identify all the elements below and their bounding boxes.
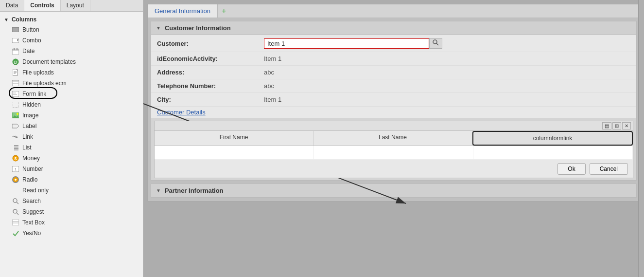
tab-controls[interactable]: Controls	[24, 0, 60, 11]
svg-point-48	[433, 40, 437, 44]
customer-input-container	[264, 38, 442, 49]
radio-icon	[12, 176, 19, 184]
grid-col-formlink[interactable]: columnformlink	[472, 131, 633, 146]
address-value: abc	[264, 69, 630, 76]
image-label: Image	[22, 112, 38, 119]
svg-rect-16	[12, 91, 19, 97]
svg-line-49	[436, 43, 438, 45]
cancel-button[interactable]: Cancel	[590, 163, 628, 175]
file-uploads-ecm-label: File uploads ecm	[22, 80, 67, 87]
sidebar-item-text-box[interactable]: Text Box	[0, 217, 143, 228]
sidebar-item-date[interactable]: Date	[0, 46, 143, 56]
yes-no-label: Yes/No	[22, 230, 41, 237]
customer-search-button[interactable]	[429, 38, 442, 49]
combo-icon	[12, 37, 19, 44]
text-box-icon	[12, 219, 19, 226]
sidebar-item-file-uploads-ecm[interactable]: File uploads ecm	[0, 78, 143, 89]
svg-marker-23	[12, 124, 19, 128]
economic-activity-label: idEconomicActivity:	[157, 55, 264, 62]
form-fields: Customer: idEconomicActivity: Item 1 Add	[151, 35, 636, 118]
customer-section-title: Customer Information	[165, 24, 231, 32]
sidebar-item-form-link[interactable]: Form link	[0, 89, 143, 99]
svg-point-39	[13, 199, 17, 203]
read-only-label: Read only	[22, 187, 49, 194]
telephone-value: abc	[264, 82, 630, 90]
label-label: Label	[22, 123, 36, 129]
sidebar-item-combo[interactable]: Combo	[0, 35, 143, 46]
image-icon	[12, 111, 19, 119]
partner-info-section: ▼ Partner Information	[151, 184, 637, 198]
button-icon	[12, 26, 19, 34]
sidebar-item-image[interactable]: Image	[0, 110, 143, 121]
scrollbar[interactable]	[638, 0, 644, 277]
grid-data-row-1	[155, 146, 633, 160]
grid-overlay: ▤ ⊞ ✕ First Name Last Name columnformlin…	[154, 121, 633, 178]
grid-cell-fn-1	[155, 146, 314, 159]
grid-tool-btn-3[interactable]: ✕	[622, 122, 631, 129]
sidebar-item-number[interactable]: 1 Number	[0, 164, 143, 174]
sidebar-item-link[interactable]: Link	[0, 131, 143, 142]
sidebar-item-search[interactable]: Search	[0, 196, 143, 206]
section-toggle-icon[interactable]: ▼	[156, 25, 161, 31]
hidden-icon	[12, 101, 19, 109]
svg-point-22	[17, 113, 18, 115]
combo-label: Combo	[22, 37, 41, 44]
grid-col-firstname[interactable]: First Name	[155, 131, 313, 146]
sidebar-item-money[interactable]: $ Money	[0, 153, 143, 164]
tabs-row: Data Controls Layout	[0, 0, 143, 12]
tab-data[interactable]: Data	[0, 0, 24, 11]
ok-button[interactable]: Ok	[557, 163, 585, 175]
grid-tool-btn-2[interactable]: ⊞	[612, 122, 621, 129]
file-uploads-ecm-icon	[12, 79, 19, 87]
grid-tool-btn-1[interactable]: ▤	[602, 122, 611, 129]
columns-label: Columns	[12, 16, 36, 23]
yes-no-icon	[12, 229, 19, 237]
sidebar-item-label[interactable]: Label	[0, 121, 143, 131]
add-tab-button[interactable]: +	[218, 5, 230, 18]
money-label: Money	[22, 155, 40, 162]
sidebar-item-radio[interactable]: Radio	[0, 174, 143, 185]
sidebar-item-read-only[interactable]: Read only	[0, 185, 143, 196]
dialog-buttons: Ok Cancel	[155, 160, 633, 178]
radio-label: Radio	[22, 176, 37, 183]
general-information-tab[interactable]: General Information	[148, 4, 218, 18]
sidebar-item-list[interactable]: List	[0, 142, 143, 153]
partner-toggle-icon[interactable]: ▼	[156, 188, 161, 193]
grid-cell-ln-1	[314, 146, 473, 159]
list-icon	[12, 144, 19, 151]
sidebar-item-document-templates[interactable]: D Document templates	[0, 56, 143, 67]
city-field-row: City: Item 1	[151, 93, 636, 107]
grid-header-row: First Name Last Name columnformlink	[155, 131, 633, 146]
telephone-field-row: Telephone Number: abc	[151, 79, 636, 93]
tab-layout[interactable]: Layout	[61, 0, 90, 11]
svg-point-41	[13, 209, 17, 213]
date-icon	[12, 47, 19, 55]
svg-point-37	[15, 179, 17, 181]
svg-rect-19	[13, 102, 18, 108]
sidebar-item-button[interactable]: Button	[0, 24, 143, 35]
grid-col-lastname[interactable]: Last Name	[313, 131, 472, 146]
sidebar-item-suggest[interactable]: Suggest	[0, 206, 143, 217]
svg-text:D: D	[14, 60, 17, 65]
search-label: Search	[22, 198, 41, 204]
sidebar-item-yes-no[interactable]: Yes/No	[0, 228, 143, 239]
form-container: General Information + ▼ Customer Informa…	[147, 4, 640, 202]
list-label: List	[22, 144, 32, 151]
svg-rect-38	[12, 188, 19, 193]
document-templates-label: Document templates	[22, 58, 76, 65]
read-only-icon	[12, 186, 19, 194]
svg-rect-5	[14, 48, 15, 50]
svg-line-42	[17, 213, 18, 215]
search-icon	[12, 197, 19, 205]
sidebar-content: ▼ Columns Button Combo Date D	[0, 12, 143, 277]
grid-toolbar: ▤ ⊞ ✕	[155, 121, 633, 131]
city-label: City:	[157, 96, 264, 103]
customer-details-link[interactable]: Customer Details	[151, 107, 211, 118]
file-uploads-label: File uploads	[22, 69, 54, 76]
button-label: Button	[22, 26, 39, 33]
svg-text:$: $	[14, 156, 17, 161]
svg-text:1: 1	[15, 167, 17, 171]
sidebar-item-file-uploads[interactable]: File uploads	[0, 67, 143, 78]
sidebar-item-hidden[interactable]: Hidden	[0, 99, 143, 110]
customer-input[interactable]	[264, 38, 429, 49]
